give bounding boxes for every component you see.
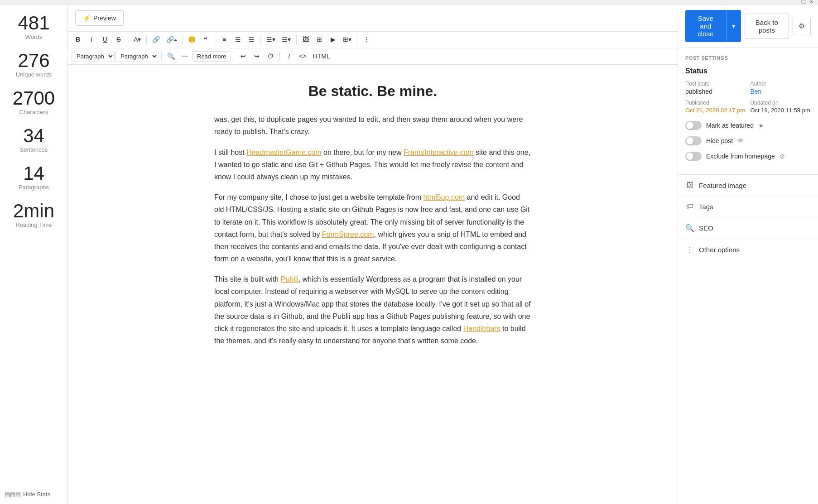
exclude-homepage-toggle[interactable] bbox=[685, 152, 702, 161]
gallery-button[interactable]: ⊞ bbox=[313, 34, 326, 46]
unlink-button[interactable]: 🔗× bbox=[164, 34, 179, 46]
hide-stats-button[interactable]: ▤▤▤ Hide Stats bbox=[5, 489, 63, 499]
formspree-link[interactable]: FormSpree.com bbox=[322, 230, 374, 238]
star-icon: ★ bbox=[758, 122, 764, 129]
sentences-stat: 34 Sentences bbox=[5, 126, 63, 153]
block-type-select[interactable]: Paragraph Heading 1 Heading 2 Heading 3 bbox=[72, 51, 115, 62]
emoji-button[interactable]: 😊 bbox=[185, 34, 198, 46]
font-family-select[interactable]: Paragraph bbox=[115, 51, 159, 62]
featured-image-section[interactable]: 🖼 Featured image bbox=[678, 174, 818, 196]
other-options-label: Other options bbox=[699, 246, 740, 254]
status-section-title: Status bbox=[685, 67, 811, 75]
post-state-value: published bbox=[685, 88, 746, 95]
paragraph-1: was, get this, to duplicate pages you wa… bbox=[214, 113, 531, 138]
updated-label: Updated on bbox=[751, 100, 811, 106]
html-button[interactable]: HTML bbox=[310, 50, 333, 63]
publii-link[interactable]: Publii bbox=[281, 275, 298, 283]
underline-button[interactable]: U bbox=[99, 34, 111, 46]
image-button[interactable]: 🖼 bbox=[299, 34, 312, 46]
redo-button[interactable]: ↪ bbox=[250, 50, 263, 63]
post-title: Be static. Be mine. bbox=[95, 83, 650, 100]
save-close-dropdown-button[interactable]: ▼ bbox=[726, 10, 741, 42]
image-icon: 🖼 bbox=[685, 181, 694, 189]
search-button[interactable]: 🔍 bbox=[164, 50, 178, 63]
video-button[interactable]: ▶ bbox=[327, 34, 339, 46]
align-left-button[interactable]: ≡ bbox=[218, 34, 231, 46]
paragraph-2: I still host HeadmasterGame.com on there… bbox=[214, 146, 531, 183]
close-button[interactable]: ✕ bbox=[808, 0, 814, 5]
editor-content[interactable]: Be static. Be mine. was, get this, to du… bbox=[68, 65, 678, 504]
right-sidebar: Save and close ▼ Back to posts ⚙ POST SE… bbox=[678, 5, 818, 504]
tags-section[interactable]: 🏷 Tags bbox=[678, 196, 818, 217]
table-button[interactable]: ⊞▾ bbox=[340, 34, 354, 46]
right-top-bar: Save and close ▼ Back to posts ⚙ bbox=[678, 5, 818, 48]
featured-image-label: Featured image bbox=[699, 182, 746, 189]
italic2-button[interactable]: I bbox=[283, 50, 295, 63]
updated-value: Oct 19, 2020 11:59 pm bbox=[751, 107, 811, 114]
hide-post-row: Hide post 👁 bbox=[685, 136, 811, 145]
sentences-number: 34 bbox=[5, 126, 63, 145]
other-options-section[interactable]: ⋮ Other options bbox=[678, 239, 818, 260]
italic-button[interactable]: I bbox=[85, 34, 98, 46]
read-more-button[interactable]: Read more bbox=[192, 51, 231, 62]
seo-label: SEO bbox=[699, 224, 713, 232]
characters-stat: 2700 Characters bbox=[5, 89, 63, 115]
post-settings: POST SETTINGS Status Post state publishe… bbox=[678, 48, 818, 174]
sentences-label: Sentences bbox=[5, 146, 63, 153]
exclude-homepage-label: Exclude from homepage bbox=[706, 153, 775, 160]
history-button[interactable]: ⏱ bbox=[264, 50, 277, 63]
strikethrough-button[interactable]: S bbox=[112, 34, 125, 46]
handlebars-link[interactable]: Handlebars bbox=[463, 325, 500, 332]
paragraphs-label: Paragraphs bbox=[5, 184, 63, 191]
bold-button[interactable]: B bbox=[72, 34, 84, 46]
ordered-list-button[interactable]: ☰▾ bbox=[279, 34, 294, 46]
link-button[interactable]: 🔗 bbox=[149, 34, 163, 46]
code-button[interactable]: <> bbox=[296, 50, 309, 63]
post-state-label: Post state bbox=[685, 81, 746, 87]
mark-featured-label: Mark as featured bbox=[706, 122, 754, 129]
save-close-button[interactable]: Save and close bbox=[685, 10, 726, 42]
published-value[interactable]: Oct 21, 2020 02:17 pm bbox=[685, 107, 746, 114]
top-bar: ⚡ Preview bbox=[68, 5, 678, 32]
maximize-button[interactable]: ❐ bbox=[800, 0, 807, 5]
published-item: Published Oct 21, 2020 02:17 pm bbox=[685, 100, 746, 114]
text-color-button[interactable]: A▾ bbox=[131, 34, 144, 46]
hide-post-toggle[interactable] bbox=[685, 136, 702, 145]
post-body[interactable]: was, get this, to duplicate pages you wa… bbox=[214, 113, 531, 347]
dots-icon: ⋮ bbox=[685, 245, 694, 254]
headmaster-link[interactable]: HeadmasterGame.com bbox=[246, 149, 321, 156]
undo-button[interactable]: ↩ bbox=[237, 50, 250, 63]
align-center-button[interactable]: ☰ bbox=[231, 34, 244, 46]
characters-label: Characters bbox=[5, 109, 63, 115]
reading-time-number: 2min bbox=[5, 202, 63, 221]
blockquote-button[interactable]: ❝ bbox=[199, 34, 212, 46]
meta-grid: Post state published Author Ben Publishe… bbox=[685, 81, 811, 114]
tag-icon: 🏷 bbox=[685, 202, 694, 211]
more-button[interactable]: ⋮ bbox=[360, 34, 373, 46]
settings-gear-button[interactable]: ⚙ bbox=[793, 17, 811, 35]
stats-sidebar: 481 Words 276 Unique words 2700 Characte… bbox=[0, 5, 68, 504]
back-posts-button[interactable]: Back to posts bbox=[745, 14, 789, 39]
seo-section[interactable]: 🔍 SEO bbox=[678, 217, 818, 239]
unique-words-number: 276 bbox=[5, 51, 63, 70]
frame-interactive-link[interactable]: FrameInteractive.com bbox=[404, 149, 474, 156]
preview-label: Preview bbox=[93, 14, 116, 22]
post-settings-title: POST SETTINGS bbox=[685, 55, 811, 61]
exclude-icon: ⊘ bbox=[780, 153, 785, 160]
words-number: 481 bbox=[5, 14, 63, 33]
lightning-icon: ⚡ bbox=[83, 14, 91, 22]
window-chrome: — ❐ ✕ bbox=[0, 0, 818, 5]
mark-featured-toggle[interactable] bbox=[685, 121, 702, 130]
html5up-link[interactable]: html5up.com bbox=[423, 193, 465, 201]
unordered-list-button[interactable]: ☰▾ bbox=[264, 34, 278, 46]
words-label: Words bbox=[5, 34, 63, 40]
paragraph-4: This site is built with Publii, which is… bbox=[214, 273, 531, 347]
author-value[interactable]: Ben bbox=[751, 88, 811, 95]
preview-button[interactable]: ⚡ Preview bbox=[75, 10, 124, 26]
seo-icon: 🔍 bbox=[685, 224, 694, 232]
toolbar-row2: Paragraph Heading 1 Heading 2 Heading 3 … bbox=[68, 48, 678, 65]
minimize-button[interactable]: — bbox=[792, 0, 799, 5]
paragraph-3: For my company site, I chose to just get… bbox=[214, 191, 531, 265]
align-right-button[interactable]: ☰ bbox=[245, 34, 258, 46]
horizontal-rule-button[interactable]: — bbox=[178, 50, 191, 63]
